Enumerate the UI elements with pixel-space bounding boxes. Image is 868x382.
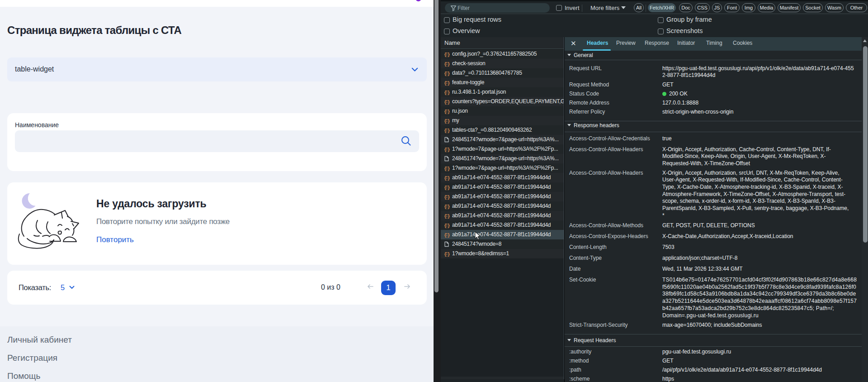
svg-text:}: } [447, 61, 450, 67]
svg-text:{: { [444, 232, 447, 238]
svg-text:}: } [447, 251, 450, 257]
svg-text:}: } [447, 52, 450, 57]
svg-text:{: { [444, 147, 447, 152]
svg-text:}: } [447, 204, 450, 209]
svg-text:{: { [444, 204, 447, 209]
svg-text:}: } [447, 175, 450, 181]
svg-text:}: } [447, 128, 450, 133]
svg-text:{: { [444, 90, 447, 95]
svg-text:}: } [447, 166, 450, 171]
svg-text:{: { [444, 109, 447, 114]
svg-text:}: } [447, 109, 450, 114]
svg-text:{: { [444, 71, 447, 76]
svg-text:{: { [444, 251, 447, 257]
svg-text:}: } [447, 147, 450, 152]
svg-text:}: } [447, 213, 450, 219]
svg-text:}: } [447, 185, 450, 190]
svg-text:}: } [447, 71, 450, 76]
svg-text:{: { [444, 166, 447, 171]
svg-text:{: { [444, 213, 447, 219]
svg-text:}: } [447, 80, 450, 86]
svg-text:}: } [447, 194, 450, 200]
svg-text:{: { [444, 175, 447, 181]
svg-text:{: { [444, 52, 447, 57]
svg-text:{: { [444, 61, 447, 67]
svg-text:{: { [444, 118, 447, 124]
svg-text:{: { [444, 194, 447, 200]
svg-text:{: { [444, 223, 447, 228]
svg-text:}: } [447, 99, 450, 105]
svg-text:}: } [447, 90, 450, 95]
svg-text:}: } [447, 118, 450, 124]
svg-text:{: { [444, 185, 447, 190]
svg-text:{: { [444, 99, 447, 105]
svg-text:{: { [444, 128, 447, 133]
svg-text:}: } [447, 223, 450, 228]
svg-text:{: { [444, 80, 447, 86]
svg-text:}: } [447, 232, 450, 238]
